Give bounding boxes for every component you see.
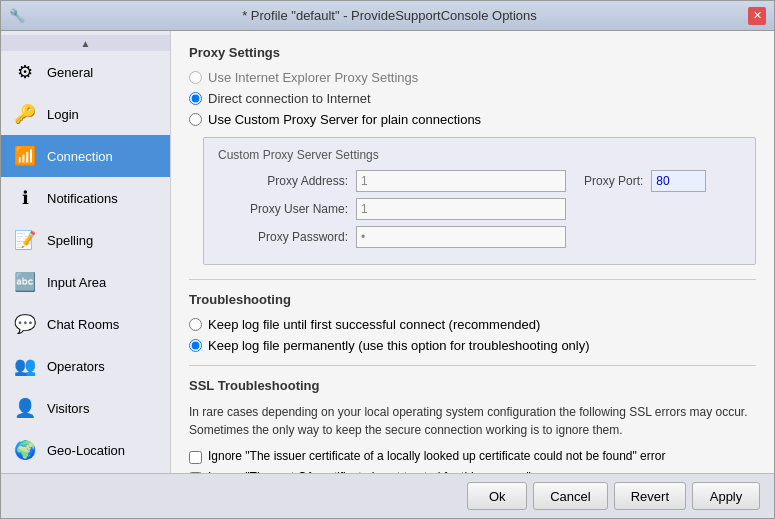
- content-area: Proxy Settings Use Internet Explorer Pro…: [171, 31, 774, 473]
- proxy-password-row: Proxy Password:: [218, 226, 741, 248]
- divider-2: [189, 365, 756, 366]
- sidebar-label-general: General: [47, 65, 93, 80]
- radio-log-until[interactable]: Keep log file until first successful con…: [189, 317, 756, 332]
- divider-1: [189, 279, 756, 280]
- main-content: ▲ ⚙ General 🔑 Login 📶 Connection ℹ Notif…: [1, 31, 774, 473]
- radio-log-permanent[interactable]: Keep log file permanently (use this opti…: [189, 338, 756, 353]
- radio-custom-proxy-label: Use Custom Proxy Server for plain connec…: [208, 112, 481, 127]
- radio-log-permanent-input[interactable]: [189, 339, 202, 352]
- sidebar-item-general[interactable]: ⚙ General: [1, 51, 170, 93]
- sidebar-label-connection: Connection: [47, 149, 113, 164]
- proxy-user-input[interactable]: [356, 198, 566, 220]
- ssl-checkbox-issuer-input[interactable]: [189, 451, 202, 464]
- proxy-password-label: Proxy Password:: [218, 230, 348, 244]
- proxy-user-label: Proxy User Name:: [218, 202, 348, 216]
- proxy-user-row: Proxy User Name:: [218, 198, 741, 220]
- troubleshooting-title: Troubleshooting: [189, 292, 756, 307]
- proxy-options: Use Internet Explorer Proxy Settings Dir…: [189, 70, 756, 127]
- proxy-port-label: Proxy Port:: [584, 174, 643, 188]
- ssl-note: In rare cases depending on your local op…: [189, 403, 756, 439]
- custom-proxy-box: Custom Proxy Server Settings Proxy Addre…: [203, 137, 756, 265]
- ssl-checkbox-issuer-label: Ignore "The issuer certificate of a loca…: [208, 449, 665, 463]
- main-window: 🔧 * Profile "default" - ProvideSupportCo…: [0, 0, 775, 519]
- login-icon: 🔑: [11, 100, 39, 128]
- proxy-address-label: Proxy Address:: [218, 174, 348, 188]
- ssl-title: SSL Troubleshooting: [189, 378, 756, 393]
- sidebar-item-operators[interactable]: 👥 Operators: [1, 345, 170, 387]
- sidebar-item-notifications[interactable]: ℹ Notifications: [1, 177, 170, 219]
- proxy-address-input[interactable]: [356, 170, 566, 192]
- sidebar-label-login: Login: [47, 107, 79, 122]
- proxy-settings-title: Proxy Settings: [189, 45, 756, 60]
- sidebar-label-geo-location: Geo-Location: [47, 443, 125, 458]
- radio-direct-input[interactable]: [189, 92, 202, 105]
- proxy-address-row: Proxy Address: Proxy Port:: [218, 170, 741, 192]
- radio-ie-proxy-input[interactable]: [189, 71, 202, 84]
- radio-ie-proxy-label: Use Internet Explorer Proxy Settings: [208, 70, 418, 85]
- chat-rooms-icon: 💬: [11, 310, 39, 338]
- visitors-icon: 👤: [11, 394, 39, 422]
- sidebar-item-co-browser[interactable]: 🖥 Co-Browser: [1, 471, 170, 473]
- troubleshooting-options: Keep log file until first successful con…: [189, 317, 756, 353]
- close-button[interactable]: ✕: [748, 7, 766, 25]
- geo-location-icon: 🌍: [11, 436, 39, 464]
- sidebar-item-login[interactable]: 🔑 Login: [1, 93, 170, 135]
- sidebar-label-notifications: Notifications: [47, 191, 118, 206]
- radio-custom-proxy-input[interactable]: [189, 113, 202, 126]
- general-icon: ⚙: [11, 58, 39, 86]
- sidebar-label-spelling: Spelling: [47, 233, 93, 248]
- sidebar-item-visitors[interactable]: 👤 Visitors: [1, 387, 170, 429]
- sidebar-item-chat-rooms[interactable]: 💬 Chat Rooms: [1, 303, 170, 345]
- sidebar-item-geo-location[interactable]: 🌍 Geo-Location: [1, 429, 170, 471]
- sidebar-label-chat-rooms: Chat Rooms: [47, 317, 119, 332]
- sidebar-item-connection[interactable]: 📶 Connection: [1, 135, 170, 177]
- sidebar-scroll-up[interactable]: ▲: [1, 35, 170, 51]
- cancel-button[interactable]: Cancel: [533, 482, 607, 510]
- radio-log-until-label: Keep log file until first successful con…: [208, 317, 540, 332]
- sidebar: ▲ ⚙ General 🔑 Login 📶 Connection ℹ Notif…: [1, 31, 171, 473]
- operators-icon: 👥: [11, 352, 39, 380]
- radio-custom-proxy[interactable]: Use Custom Proxy Server for plain connec…: [189, 112, 756, 127]
- custom-proxy-title: Custom Proxy Server Settings: [218, 148, 741, 162]
- input-area-icon: 🔤: [11, 268, 39, 296]
- radio-log-permanent-label: Keep log file permanently (use this opti…: [208, 338, 590, 353]
- sidebar-item-spelling[interactable]: 📝 Spelling: [1, 219, 170, 261]
- proxy-password-input[interactable]: [356, 226, 566, 248]
- apply-button[interactable]: Apply: [692, 482, 760, 510]
- radio-ie-proxy[interactable]: Use Internet Explorer Proxy Settings: [189, 70, 756, 85]
- sidebar-label-input-area: Input Area: [47, 275, 106, 290]
- radio-direct[interactable]: Direct connection to Internet: [189, 91, 756, 106]
- proxy-port-input[interactable]: [651, 170, 706, 192]
- title-bar: 🔧 * Profile "default" - ProvideSupportCo…: [1, 1, 774, 31]
- app-icon: 🔧: [9, 8, 25, 24]
- radio-direct-label: Direct connection to Internet: [208, 91, 371, 106]
- sidebar-item-input-area[interactable]: 🔤 Input Area: [1, 261, 170, 303]
- window-title: * Profile "default" - ProvideSupportCons…: [31, 8, 748, 23]
- connection-icon: 📶: [11, 142, 39, 170]
- sidebar-label-operators: Operators: [47, 359, 105, 374]
- revert-button[interactable]: Revert: [614, 482, 686, 510]
- ssl-checkbox-issuer[interactable]: Ignore "The issuer certificate of a loca…: [189, 449, 756, 464]
- ok-button[interactable]: Ok: [467, 482, 527, 510]
- spelling-icon: 📝: [11, 226, 39, 254]
- sidebar-label-visitors: Visitors: [47, 401, 89, 416]
- bottom-bar: Ok Cancel Revert Apply: [1, 473, 774, 518]
- notifications-icon: ℹ: [11, 184, 39, 212]
- radio-log-until-input[interactable]: [189, 318, 202, 331]
